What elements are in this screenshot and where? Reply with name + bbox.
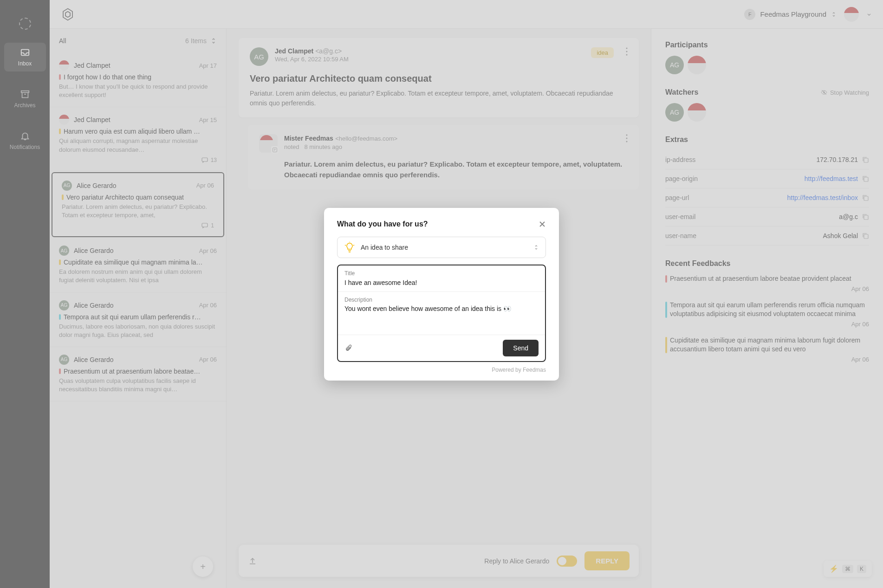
description-input[interactable] (344, 305, 539, 328)
description-label: Description (344, 297, 539, 303)
chevron-updown-icon (533, 245, 539, 250)
modal-overlay[interactable]: What do you have for us? An idea to shar… (0, 0, 883, 588)
feedback-type-label: An idea to share (361, 244, 528, 251)
title-input[interactable] (344, 279, 539, 286)
powered-by: Powered by Feedmas (337, 367, 546, 373)
paperclip-icon[interactable] (344, 344, 353, 352)
feedback-type-selector[interactable]: An idea to share (337, 237, 546, 258)
close-icon[interactable] (539, 220, 546, 228)
title-label: Title (344, 270, 539, 277)
lightbulb-icon (344, 242, 355, 253)
feedback-modal: What do you have for us? An idea to shar… (324, 208, 559, 381)
modal-heading: What do you have for us? (337, 220, 428, 228)
send-button[interactable]: Send (503, 340, 539, 356)
